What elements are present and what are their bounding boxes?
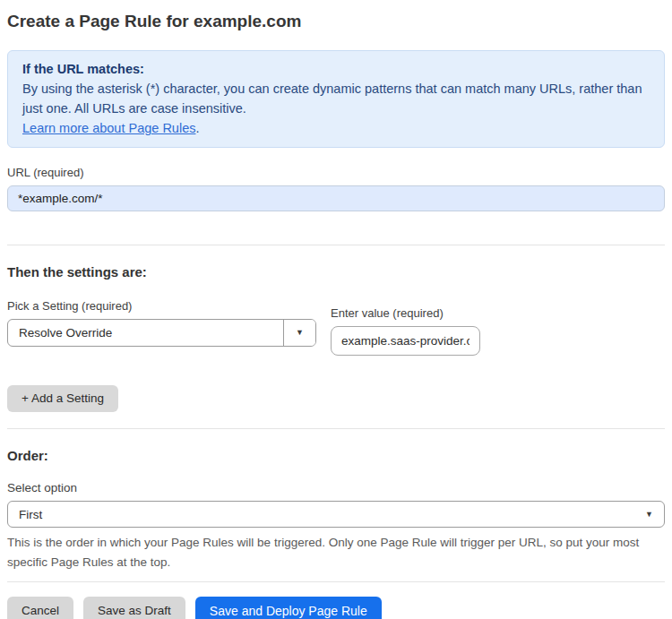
order-select[interactable]: First ▼ — [7, 501, 665, 528]
footer-divider — [7, 581, 665, 582]
info-box-body: By using the asterisk (*) character, you… — [22, 79, 650, 118]
save-as-draft-button[interactable]: Save as Draft — [83, 597, 185, 619]
section-divider — [7, 428, 665, 429]
order-help-text: This is the order in which your Page Rul… — [7, 533, 652, 572]
setting-select-value: Resolve Override — [8, 320, 283, 346]
link-period: . — [195, 121, 199, 135]
section-divider — [7, 245, 665, 245]
info-box-heading: If the URL matches: — [22, 59, 650, 79]
footer-buttons: Cancel Save as Draft Save and Deploy Pag… — [7, 597, 665, 619]
url-match-info-box: If the URL matches: By using the asteris… — [7, 50, 665, 148]
url-field-label: URL (required) — [7, 166, 665, 180]
value-field-label: Enter value (required) — [331, 306, 480, 321]
learn-more-link[interactable]: Learn more about Page Rules — [22, 121, 195, 135]
setting-select-label: Pick a Setting (required) — [7, 299, 316, 314]
settings-section-heading: Then the settings are: — [7, 264, 665, 280]
cancel-button[interactable]: Cancel — [7, 597, 73, 619]
save-and-deploy-button[interactable]: Save and Deploy Page Rule — [195, 597, 382, 619]
order-select-label: Select option — [7, 481, 665, 495]
setting-select[interactable]: Resolve Override ▼ — [7, 319, 316, 347]
setting-select-column: Pick a Setting (required) Resolve Overri… — [7, 299, 316, 356]
url-input[interactable] — [7, 185, 665, 211]
setting-value-column: Enter value (required) — [331, 306, 480, 356]
order-select-value: First — [19, 508, 645, 521]
info-box-link-line: Learn more about Page Rules. — [22, 118, 650, 138]
settings-row: Pick a Setting (required) Resolve Overri… — [7, 299, 665, 356]
chevron-down-icon: ▼ — [645, 511, 653, 519]
setting-value-input[interactable] — [331, 326, 480, 356]
order-section-heading: Order: — [7, 448, 665, 464]
setting-select-arrow-button[interactable]: ▼ — [283, 320, 315, 346]
add-setting-button[interactable]: + Add a Setting — [7, 385, 118, 412]
create-page-rule-form: Create a Page Rule for example.com If th… — [0, 0, 672, 619]
page-title: Create a Page Rule for example.com — [7, 11, 665, 31]
chevron-down-icon: ▼ — [296, 329, 304, 337]
